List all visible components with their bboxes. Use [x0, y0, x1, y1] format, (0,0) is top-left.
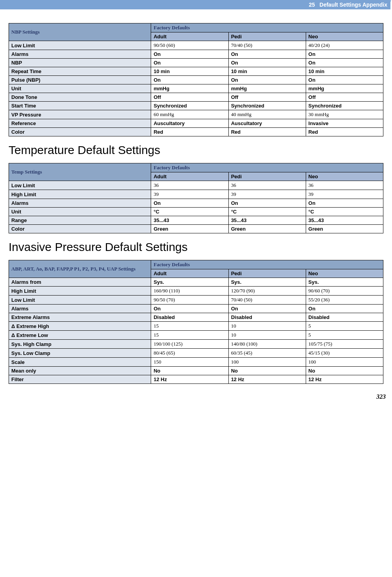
table-row: High Limit393939 [9, 190, 383, 199]
row-value: 60 mmHg [151, 110, 228, 119]
row-label: Range [9, 216, 151, 225]
row-value: Off [228, 93, 306, 102]
table-row: Δ Extreme Low15105 [9, 331, 383, 340]
table-row: ColorGreenGreenGreen [9, 225, 383, 233]
table-row: Pulse (NBP)OnOnOn [9, 76, 383, 84]
row-value: On [306, 50, 383, 59]
row-value: On [306, 199, 383, 208]
row-value: No [228, 367, 306, 375]
row-label: Low Limit [9, 181, 151, 190]
row-label: Δ Extreme Low [9, 331, 151, 340]
row-label: High Limit [9, 190, 151, 199]
row-label: Extreme Alarms [9, 313, 151, 322]
row-value: 100 [228, 358, 306, 367]
row-label: Mean only [9, 367, 151, 375]
row-value: Red [151, 128, 228, 136]
row-value: Disabled [228, 313, 306, 322]
nbp-rows: Low Limit90/50 (60)70/40 (50)40/20 (24)A… [9, 41, 383, 136]
row-value: No [151, 367, 228, 375]
table-row: Done ToneOffOffOff [9, 93, 383, 102]
row-label: Color [9, 128, 151, 136]
row-value: mmHg [306, 84, 383, 93]
row-label: NBP [9, 59, 151, 67]
table-row: Mean onlyNoNoNo [9, 367, 383, 375]
row-value: Off [306, 93, 383, 102]
table-row: UnitmmHgmmHgmmHg [9, 84, 383, 93]
table-row: VP Pressure60 mmHg40 mmHg30 mmHg [9, 110, 383, 119]
row-value: Synchronized [228, 102, 306, 110]
row-value: °C [306, 208, 383, 216]
nbp-title-cell: NBP Settings [9, 23, 151, 41]
nbp-settings-table: NBP Settings Factory Defaults Adult Pedi… [9, 23, 383, 136]
row-value: Disabled [151, 313, 228, 322]
table-row: Δ Extreme High15105 [9, 322, 383, 331]
col-neo: Neo [306, 172, 383, 181]
row-value: 5 [306, 322, 383, 331]
row-value: Sys. [151, 278, 228, 287]
row-label: Reference [9, 119, 151, 128]
row-value: Synchronized [306, 102, 383, 110]
row-value: 39 [306, 190, 383, 199]
table-row: Low Limit90/50 (70)70/40 (50)55/20 (36) [9, 296, 383, 305]
nbp-group-cell: Factory Defaults [151, 23, 383, 32]
row-value: 80/45 (65) [151, 349, 228, 358]
row-value: 15 [151, 322, 228, 331]
row-label: High Limit [9, 287, 151, 296]
table-row: Sys. High Clamp190/100 (125)140/80 (100)… [9, 340, 383, 349]
row-value: 105/75 (75) [306, 340, 383, 349]
row-value: 190/100 (125) [151, 340, 228, 349]
table-row: Sys. Low Clamp80/45 (65)60/35 (45)45/15 … [9, 349, 383, 358]
row-value: 30 mmHg [306, 110, 383, 119]
row-label: Sys. High Clamp [9, 340, 151, 349]
row-value: 90/60 (70) [306, 287, 383, 296]
row-value: 60/35 (45) [228, 349, 306, 358]
table-row: ReferenceAuscultatoryAuscultatoryInvasiv… [9, 119, 383, 128]
col-adult: Adult [151, 172, 228, 181]
row-value: Green [151, 225, 228, 233]
row-value: On [228, 305, 306, 313]
temp-group-cell: Factory Defaults [151, 163, 383, 172]
row-value: 150 [151, 358, 228, 367]
row-value: 15 [151, 331, 228, 340]
row-value: 35...43 [151, 216, 228, 225]
col-pedi: Pedi [228, 172, 306, 181]
row-value: 5 [306, 331, 383, 340]
row-value: On [151, 76, 228, 84]
row-value: On [151, 50, 228, 59]
row-label: Alarms [9, 305, 151, 313]
row-value: On [228, 50, 306, 59]
table-row: Unit°C°C°C [9, 208, 383, 216]
row-value: 36 [151, 181, 228, 190]
row-label: Low Limit [9, 41, 151, 50]
row-value: Sys. [228, 278, 306, 287]
row-value: 90/50 (60) [151, 41, 228, 50]
row-value: 55/20 (36) [306, 296, 383, 305]
table-row: High Limit160/90 (110)120/70 (90)90/60 (… [9, 287, 383, 296]
row-label: Low Limit [9, 296, 151, 305]
table-row: Repeat Time10 min10 min10 min [9, 67, 383, 76]
row-value: °C [151, 208, 228, 216]
table-row: Start TimeSynchronizedSynchronizedSynchr… [9, 102, 383, 110]
row-value: On [228, 199, 306, 208]
table-row: ColorRedRedRed [9, 128, 383, 136]
table-row: AlarmsOnOnOn [9, 199, 383, 208]
row-value: On [151, 199, 228, 208]
temp-rows: Low Limit363636High Limit393939AlarmsOnO… [9, 181, 383, 233]
row-label: Start Time [9, 102, 151, 110]
row-value: 39 [228, 190, 306, 199]
table-row: Scale150100100 [9, 358, 383, 367]
row-value: 10 min [306, 67, 383, 76]
row-value: 10 [228, 322, 306, 331]
page-content: NBP Settings Factory Defaults Adult Pedi… [0, 9, 392, 391]
row-label: Scale [9, 358, 151, 367]
row-value: 120/70 (90) [228, 287, 306, 296]
row-value: 39 [151, 190, 228, 199]
temp-settings-table: Temp Settings Factory Defaults Adult Ped… [9, 163, 383, 233]
row-value: Invasive [306, 119, 383, 128]
row-label: Sys. Low Clamp [9, 349, 151, 358]
row-label: Alarms from [9, 278, 151, 287]
row-value: Green [228, 225, 306, 233]
row-label: Done Tone [9, 93, 151, 102]
col-neo: Neo [306, 269, 383, 278]
col-adult: Adult [151, 269, 228, 278]
